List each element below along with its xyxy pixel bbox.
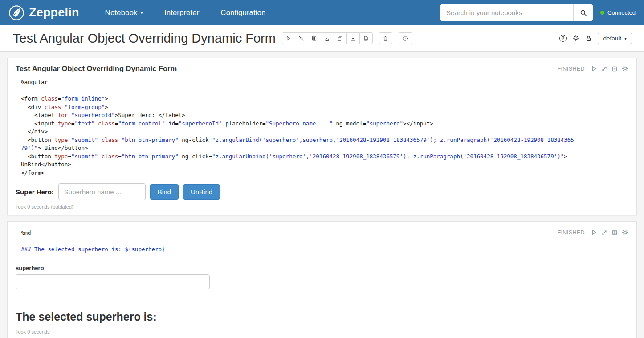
zeppelin-home-link[interactable]: Zeppelin [8,5,79,21]
menu-notebook-label: Notebook [105,8,138,17]
paragraph-status: FINISHED [557,229,585,236]
search-icon [580,9,587,16]
superhero-dynamic-input[interactable] [16,274,210,289]
toggle-code-button[interactable] [295,32,308,44]
clear-output-button[interactable] [321,32,334,44]
gear-icon [622,229,628,236]
gear-icon [622,65,628,72]
interpreter-binding-dropdown[interactable]: default ▾ [598,33,632,44]
toggle-editor-button[interactable] [611,66,618,72]
paragraph-settings-button[interactable] [622,229,628,236]
gear-icon [572,35,579,42]
export-note-button[interactable] [346,32,360,44]
menu-interpreter-label: Interpreter [164,8,199,17]
delete-note-button[interactable] [379,32,392,44]
hide-code-icon [298,36,304,41]
expand-paragraph-button[interactable] [601,66,607,72]
note-header: Test Angular Object Overriding Dynamic F… [0,25,644,52]
play-icon [285,36,291,41]
zeppelin-logo-icon [8,5,24,21]
clone-icon [337,36,343,41]
superhero-label: Super Hero: [16,188,54,196]
menu-configuration[interactable]: Configuration [210,0,276,25]
trash-icon [383,36,388,41]
play-icon [591,65,597,72]
notebook-search [440,4,593,21]
search-input[interactable] [440,4,573,21]
toggle-output-button[interactable] [308,32,321,44]
paragraph-controls: FINISHED [557,229,628,236]
scheduler-group [399,32,412,44]
permissions-button[interactable] [585,35,592,42]
help-button[interactable]: ? [559,35,567,42]
superhero-input[interactable] [58,183,146,200]
menu-notebook[interactable]: Notebook ▾ [94,0,154,25]
expand-icon [601,66,607,72]
connection-label: Connected [607,9,636,16]
connection-status: Connected [600,9,637,16]
caret-down-icon: ▾ [140,10,143,16]
search-button[interactable] [573,4,593,21]
expand-icon [601,229,607,236]
dynamic-form: superhero [16,265,628,289]
paragraph-controls: FINISHED [557,65,628,72]
delete-note-group [379,32,392,44]
paragraph-status: FINISHED [557,66,585,72]
question-icon: ? [559,35,567,42]
connected-dot-icon [600,11,604,15]
code-editor[interactable]: %angular <form class="form-inline"> <div… [16,77,628,178]
clone-note-button[interactable] [334,32,347,44]
menu-configuration-label: Configuration [220,8,265,17]
code-editor[interactable]: %md ### The selected superhero is: ${sup… [16,228,628,255]
note-content: FINISHED Test Angular Object Overriding … [0,52,644,338]
zeppelin-app: Zeppelin Notebook ▾ Interpreter Configur… [0,0,644,338]
paragraph-settings-button[interactable] [622,65,628,72]
lock-icon [585,35,592,42]
note-settings-button[interactable] [572,35,579,42]
top-navbar: Zeppelin Notebook ▾ Interpreter Configur… [0,0,644,25]
paragraph-title: Test Angular Object Overriding Dynamic F… [16,64,628,73]
interpreter-binding-label: default [603,35,621,42]
run-paragraph-button[interactable] [591,65,597,72]
expand-paragraph-button[interactable] [601,229,607,236]
book-icon [611,66,618,72]
unbind-button[interactable]: UnBind [183,184,220,200]
main-menu: Notebook ▾ Interpreter Configuration [94,0,277,25]
brand-name: Zeppelin [29,6,79,20]
toggle-editor-button[interactable] [611,229,618,236]
bind-button[interactable]: Bind [150,184,179,200]
angular-output-form: Super Hero: Bind UnBind [16,183,628,200]
navbar-right: Connected [440,4,637,21]
run-paragraph-button[interactable] [591,229,597,236]
book-icon [611,229,618,236]
clock-icon [402,36,408,41]
export-icon [350,36,356,41]
play-icon [591,229,597,236]
note-action-toolbar [282,32,373,44]
superhero-dynamic-label: superhero [16,265,628,271]
paragraph-angular: FINISHED Test Angular Object Overriding … [7,58,637,215]
menu-interpreter[interactable]: Interpreter [154,0,210,25]
eraser-icon [324,36,330,41]
export-file-button[interactable] [359,32,373,44]
execution-time: Took 0 seconds (outdated) [16,204,628,209]
run-all-paragraphs-button[interactable] [282,32,295,44]
note-title[interactable]: Test Angular Object Overriding Dynamic F… [13,31,276,46]
paragraph-markdown: FINISHED %md ### The selected superhero … [7,221,637,338]
note-header-right: ? default ▾ [559,33,636,44]
execution-time: Took 0 seconds [16,329,628,334]
file-export-icon [363,36,369,41]
scheduler-button[interactable] [399,32,412,44]
show-output-icon [311,36,317,41]
caret-down-icon: ▾ [624,36,627,41]
markdown-output-heading: The selected superhero is: [16,310,628,323]
